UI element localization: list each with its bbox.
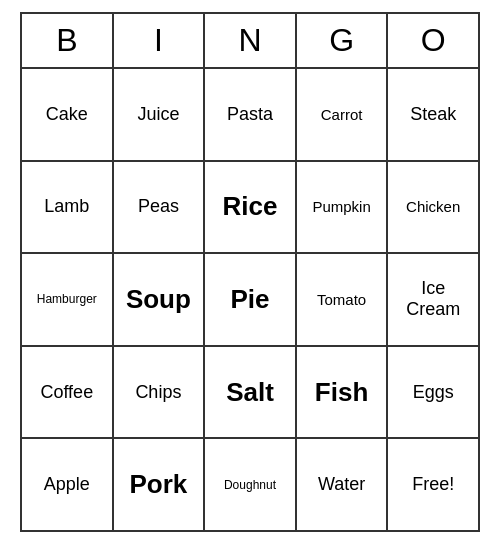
bingo-cell-2-1: Soup	[114, 254, 206, 345]
bingo-cell-1-2: Rice	[205, 162, 297, 253]
bingo-row-2: HamburgerSoupPieTomatoIce Cream	[22, 254, 478, 347]
bingo-row-1: LambPeasRicePumpkinChicken	[22, 162, 478, 255]
bingo-cell-4-1: Pork	[114, 439, 206, 530]
bingo-body: CakeJuicePastaCarrotSteakLambPeasRicePum…	[22, 69, 478, 530]
header-letter-g: G	[297, 14, 389, 67]
bingo-cell-3-0: Coffee	[22, 347, 114, 438]
header-letter-b: B	[22, 14, 114, 67]
bingo-card: BINGO CakeJuicePastaCarrotSteakLambPeasR…	[20, 12, 480, 532]
bingo-row-0: CakeJuicePastaCarrotSteak	[22, 69, 478, 162]
bingo-cell-2-3: Tomato	[297, 254, 389, 345]
bingo-header: BINGO	[22, 14, 478, 69]
bingo-cell-3-3: Fish	[297, 347, 389, 438]
bingo-cell-1-1: Peas	[114, 162, 206, 253]
bingo-cell-3-2: Salt	[205, 347, 297, 438]
bingo-cell-0-1: Juice	[114, 69, 206, 160]
bingo-cell-2-4: Ice Cream	[388, 254, 478, 345]
bingo-row-3: CoffeeChipsSaltFishEggs	[22, 347, 478, 440]
bingo-cell-0-4: Steak	[388, 69, 478, 160]
bingo-cell-4-2: Doughnut	[205, 439, 297, 530]
bingo-cell-3-1: Chips	[114, 347, 206, 438]
bingo-cell-1-4: Chicken	[388, 162, 478, 253]
bingo-cell-1-3: Pumpkin	[297, 162, 389, 253]
header-letter-n: N	[205, 14, 297, 67]
bingo-cell-1-0: Lamb	[22, 162, 114, 253]
bingo-cell-0-2: Pasta	[205, 69, 297, 160]
header-letter-i: I	[114, 14, 206, 67]
bingo-cell-0-3: Carrot	[297, 69, 389, 160]
bingo-row-4: ApplePorkDoughnutWaterFree!	[22, 439, 478, 530]
bingo-cell-0-0: Cake	[22, 69, 114, 160]
bingo-cell-4-3: Water	[297, 439, 389, 530]
bingo-cell-3-4: Eggs	[388, 347, 478, 438]
header-letter-o: O	[388, 14, 478, 67]
bingo-cell-2-0: Hamburger	[22, 254, 114, 345]
bingo-cell-4-0: Apple	[22, 439, 114, 530]
bingo-cell-4-4: Free!	[388, 439, 478, 530]
bingo-cell-2-2: Pie	[205, 254, 297, 345]
